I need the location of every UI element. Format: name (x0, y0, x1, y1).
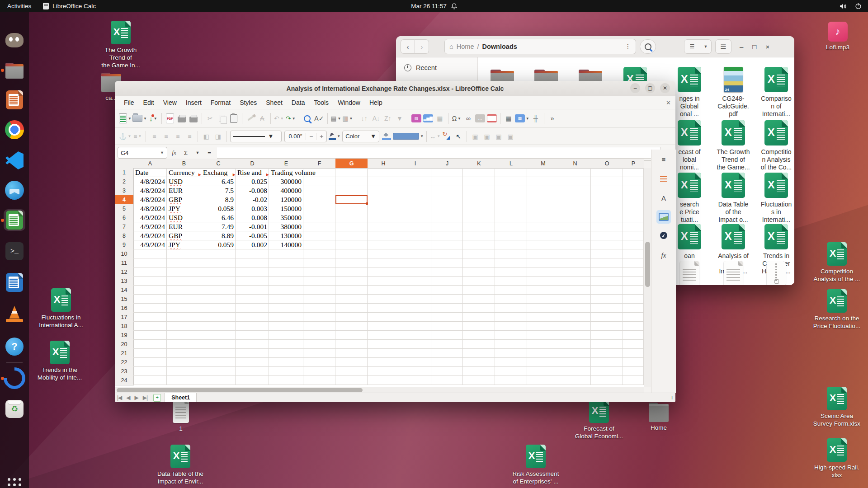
toolbar-overflow-button[interactable]: » (547, 113, 558, 124)
cell-A1[interactable]: Date (133, 168, 167, 177)
rotate-button[interactable] (441, 131, 452, 142)
row-header-14[interactable]: 14 (115, 286, 134, 295)
forward-button[interactable]: › (415, 39, 429, 54)
clone-formatting-button[interactable] (245, 113, 256, 124)
dock-item-gimp[interactable] (4, 29, 25, 51)
horizontal-scrollbar-thumb[interactable] (117, 388, 363, 392)
grid-corner[interactable] (115, 159, 134, 169)
equals-icon[interactable]: = (204, 150, 214, 156)
row-header-13[interactable]: 13 (115, 277, 134, 286)
file-item[interactable]: XCompariso n of Internati... (754, 67, 794, 118)
document-close-button[interactable]: ✕ (666, 99, 671, 106)
file-item[interactable]: XCompetitio n Analysis of the Co... (754, 120, 794, 171)
dock-item-files[interactable] (4, 59, 25, 81)
list-view-button[interactable]: ☰ (684, 39, 700, 54)
row-header-12[interactable]: 12 (115, 267, 134, 277)
tab-sheet1[interactable]: Sheet1 (165, 393, 197, 402)
file-item[interactable] (754, 261, 794, 285)
send-backward-button[interactable]: ▣ (493, 131, 504, 142)
sort-button[interactable]: ↓↑ (359, 113, 370, 124)
sidebar-sidebar-settings[interactable]: ≡ (656, 152, 671, 166)
cell-A9[interactable]: 4/9/2024 (133, 240, 167, 249)
row-header-5[interactable]: 5 (115, 204, 134, 214)
row-header-16[interactable]: 16 (115, 304, 134, 313)
cell-B8[interactable]: GBP (167, 231, 201, 240)
column-header-G[interactable]: G (335, 159, 368, 169)
cell-B2[interactable]: USD (167, 177, 201, 186)
desktop-icon-high-speed-rail[interactable]: XHigh-speed Rail. xlsx (810, 438, 864, 479)
menu-window[interactable]: Window (333, 99, 365, 106)
cell-B1[interactable]: Currency▶ (167, 168, 201, 177)
cell-D2[interactable]: 0.025 (236, 177, 269, 186)
arrow-style-button[interactable]: ↔▼ (429, 131, 440, 142)
dock-item-impress[interactable] (4, 89, 25, 111)
cell-E1[interactable]: Trading volume (269, 168, 338, 177)
menu-format[interactable]: Format (206, 99, 235, 106)
vertical-scrollbar-thumb[interactable] (645, 242, 650, 287)
bring-forward-button[interactable]: ▣ (481, 131, 492, 142)
row-header-19[interactable]: 19 (115, 331, 134, 340)
dock-item-help[interactable]: ? (4, 336, 25, 357)
edit-points-button[interactable]: ↖ (453, 131, 464, 142)
column-header-J[interactable]: J (431, 159, 463, 169)
menu-styles[interactable]: Styles (235, 99, 261, 106)
column-header-E[interactable]: E (269, 159, 304, 169)
insert-chart-button[interactable]: ▂▅▇ (423, 113, 434, 124)
hyperlink-button[interactable]: ∞ (463, 113, 474, 124)
dock-item-chrome[interactable] (4, 119, 25, 141)
cell-D4[interactable]: -0.02 (236, 195, 269, 204)
sidebar-navigator[interactable] (656, 229, 671, 242)
dock-item-calc[interactable] (4, 209, 25, 231)
row-header-10[interactable]: 10 (115, 249, 134, 259)
row-header-17[interactable]: 17 (115, 313, 134, 322)
distribute-button[interactable]: ≡ (184, 131, 195, 142)
desktop-icon-competition-analysis[interactable]: XCompetition Analysis of the ... (810, 242, 864, 283)
cell-B9[interactable]: JPY (167, 240, 201, 249)
file-item[interactable]: XData Table of the Impact o... (711, 173, 756, 224)
undo-button[interactable]: ↶▼ (274, 113, 284, 124)
cell-A5[interactable]: 4/8/2024 (133, 204, 167, 213)
volume-icon[interactable] (840, 3, 847, 9)
cell-D6[interactable]: 0.008 (236, 213, 269, 222)
column-button[interactable]: ▥▼ (342, 113, 353, 124)
column-header-A[interactable]: A (133, 159, 167, 169)
cell-A4[interactable]: 4/8/2024 (133, 195, 167, 204)
cell-C3[interactable]: 7.5 (201, 186, 236, 195)
cell-C4[interactable]: 8.9 (201, 195, 236, 204)
dock-item-terminal[interactable]: >_ (4, 240, 25, 262)
split-handle[interactable]: I (671, 395, 675, 400)
calc-close-button[interactable]: ✕ (660, 83, 670, 93)
column-header-H[interactable]: H (368, 159, 400, 169)
wrap-right-button[interactable]: ◨ (212, 131, 223, 142)
split-window-button[interactable]: ╫ (530, 113, 541, 124)
cell-C9[interactable]: 0.059 (201, 240, 236, 249)
cells-area[interactable]: DateCurrency▶Exchang▶Rise and▶Trading vo… (133, 168, 644, 385)
fill-style-button[interactable] (381, 131, 392, 142)
spelling-button[interactable]: A✓ (314, 113, 325, 124)
column-header-I[interactable]: I (399, 159, 432, 169)
column-header-C[interactable]: C (201, 159, 236, 169)
export-pdf-button[interactable]: PDF (165, 113, 175, 124)
sort-descending-button[interactable]: Z↑ (382, 113, 393, 124)
decrease-width-button[interactable]: − (306, 133, 316, 140)
cell-D3[interactable]: -0.008 (236, 186, 269, 195)
find-replace-button[interactable] (302, 113, 313, 124)
sidebar-functions[interactable]: fx (656, 249, 671, 262)
desktop-icon-forecast-global[interactable]: XForecast of Global Economi... (572, 399, 626, 441)
menu-sheet[interactable]: Sheet (261, 99, 287, 106)
row-header-1[interactable]: 1 (115, 168, 134, 178)
files-maximize-button[interactable]: □ (752, 43, 756, 51)
formula-input[interactable] (217, 147, 661, 159)
cell-C7[interactable]: 7.49 (201, 222, 236, 231)
cell-D5[interactable]: 0.003 (236, 204, 269, 213)
breadcrumb[interactable]: ⌂ Home / Downloads ⋮ (444, 39, 636, 54)
file-item[interactable]: XThe Growth Trend of the Game... (711, 120, 756, 171)
sidebar-properties[interactable] (656, 172, 671, 186)
desktop-icon-risk-assessment[interactable]: XRisk Assessment of Enterprises' ... (509, 445, 563, 486)
hamburger-menu-button[interactable]: ☰ (715, 39, 731, 54)
row-header-22[interactable]: 22 (115, 358, 134, 367)
clock[interactable]: Mar 26 11:57 (411, 3, 447, 9)
align-bottom-button[interactable]: ≡ (172, 131, 183, 142)
align-objects-button[interactable]: ≡▼ (132, 131, 143, 142)
row-header-15[interactable]: 15 (115, 295, 134, 304)
